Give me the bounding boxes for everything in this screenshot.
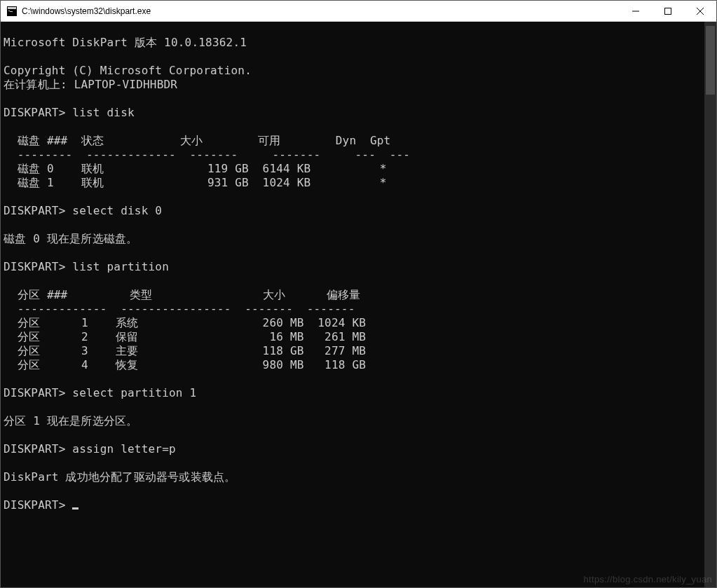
svg-rect-5 xyxy=(665,8,671,14)
terminal-output[interactable]: Microsoft DiskPart 版本 10.0.18362.1 Copyr… xyxy=(1,22,704,587)
svg-rect-2 xyxy=(8,11,10,11)
app-window: C:\windows\system32\diskpart.exe Microso… xyxy=(0,0,717,588)
window-controls xyxy=(620,1,716,21)
titlebar[interactable]: C:\windows\system32\diskpart.exe xyxy=(1,1,716,22)
terminal-area: Microsoft DiskPart 版本 10.0.18362.1 Copyr… xyxy=(1,22,716,587)
svg-rect-1 xyxy=(8,7,16,9)
app-icon xyxy=(6,6,18,17)
close-button[interactable] xyxy=(684,1,716,21)
scrollbar-thumb[interactable] xyxy=(706,26,715,95)
window-title: C:\windows\system32\diskpart.exe xyxy=(22,6,620,16)
scrollbar[interactable] xyxy=(704,22,716,587)
minimize-button[interactable] xyxy=(620,1,652,21)
maximize-button[interactable] xyxy=(652,1,684,21)
cursor xyxy=(72,507,78,510)
svg-rect-3 xyxy=(10,11,13,12)
